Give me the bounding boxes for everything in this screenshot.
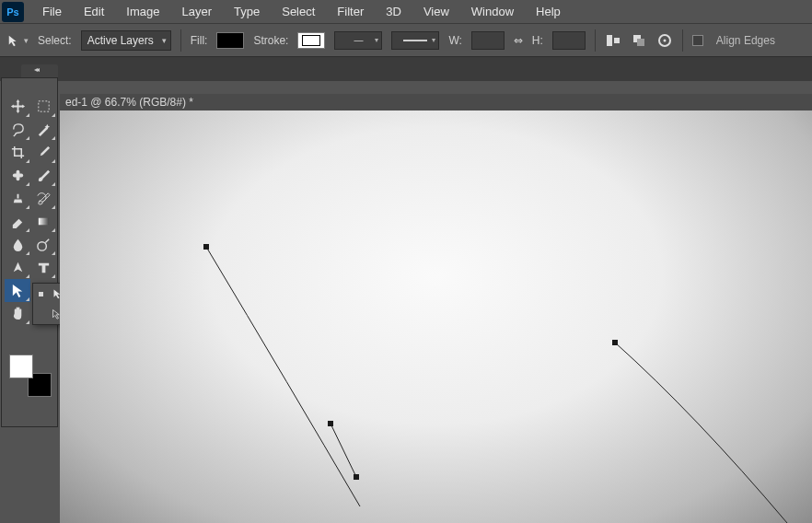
menu-bar: Ps File Edit Image Layer Type Select Fil…	[0, 0, 812, 24]
select-label: Select:	[38, 34, 72, 47]
dodge-tool[interactable]	[30, 233, 56, 256]
height-field[interactable]	[552, 31, 586, 50]
clone-stamp-tool[interactable]	[5, 187, 30, 210]
divider	[180, 29, 181, 52]
svg-rect-3	[637, 39, 644, 46]
crop-tool[interactable]	[5, 141, 30, 164]
stroke-width-dropdown[interactable]: ―	[334, 31, 382, 50]
path-align-icon[interactable]	[605, 32, 621, 49]
options-bar: ▾ Select: Active Layers Fill: Stroke: ― …	[0, 24, 812, 57]
foreground-color-swatch[interactable]	[9, 354, 33, 378]
path-arrow-icon	[7, 34, 20, 47]
tools-panel	[1, 77, 58, 427]
menu-edit[interactable]: Edit	[73, 2, 115, 21]
w-label: W:	[448, 34, 461, 47]
svg-rect-8	[16, 170, 19, 180]
app-logo: Ps	[2, 2, 24, 22]
anchor-point[interactable]	[328, 421, 333, 426]
marquee-tool[interactable]	[30, 95, 56, 118]
anchor-point[interactable]	[203, 244, 209, 250]
menu-filter[interactable]: Filter	[326, 2, 375, 21]
eraser-tool[interactable]	[5, 210, 30, 233]
document-title-bar: ed-1 @ 66.7% (RGB/8#) *	[60, 94, 812, 110]
align-edges-label: Align Edges	[716, 34, 775, 47]
svg-point-5	[663, 39, 666, 41]
eyedropper-tool[interactable]	[30, 141, 56, 164]
fill-swatch[interactable]	[216, 32, 244, 49]
menu-3d[interactable]: 3D	[375, 2, 412, 21]
width-field[interactable]	[471, 31, 505, 50]
select-value: Active Layers	[87, 34, 154, 47]
stroke-label: Stroke:	[253, 34, 288, 47]
hand-tool[interactable]	[5, 302, 30, 325]
history-brush-tool[interactable]	[30, 187, 56, 210]
active-tool-indicator[interactable]: ▾	[7, 34, 29, 47]
align-edges-checkbox[interactable]	[692, 35, 703, 46]
menu-layer[interactable]: Layer	[171, 2, 224, 21]
type-tool[interactable]	[30, 256, 56, 279]
document-tab-bar	[0, 57, 812, 81]
h-label: H:	[532, 34, 543, 47]
chevron-down-icon: ▾	[24, 36, 29, 45]
menu-image[interactable]: Image	[115, 2, 170, 21]
link-wh-icon[interactable]: ⇔	[514, 34, 523, 47]
stroke-swatch[interactable]	[297, 32, 325, 49]
gradient-tool[interactable]	[30, 210, 56, 233]
stroke-style-dropdown[interactable]	[391, 31, 439, 50]
move-tool[interactable]	[5, 95, 30, 118]
anchor-point[interactable]	[354, 474, 359, 480]
menu-file[interactable]: File	[31, 2, 73, 21]
svg-point-10	[37, 242, 45, 250]
active-marker-icon	[39, 292, 43, 296]
menu-view[interactable]: View	[412, 2, 460, 21]
svg-rect-0	[607, 35, 612, 46]
path-selection-tool[interactable]	[5, 279, 30, 302]
document-title: ed-1 @ 66.7% (RGB/8#) *	[65, 96, 193, 109]
select-dropdown[interactable]: Active Layers	[81, 30, 171, 51]
panel-collapse-tab[interactable]	[21, 64, 58, 77]
path-arrange-icon[interactable]	[631, 32, 647, 49]
brush-tool[interactable]	[30, 164, 56, 187]
svg-rect-9	[38, 218, 48, 226]
canvas[interactable]	[60, 110, 812, 523]
lasso-tool[interactable]	[5, 118, 30, 141]
menu-window[interactable]: Window	[460, 2, 525, 21]
menu-type[interactable]: Type	[223, 2, 271, 21]
svg-rect-6	[38, 101, 48, 111]
fill-label: Fill:	[191, 34, 208, 47]
blur-tool[interactable]	[5, 233, 30, 256]
paths-overlay	[60, 110, 812, 523]
path-options-icon[interactable]	[656, 32, 673, 49]
spot-heal-tool[interactable]	[5, 164, 30, 187]
svg-rect-1	[614, 38, 620, 43]
menu-help[interactable]: Help	[525, 2, 572, 21]
menu-select[interactable]: Select	[271, 2, 326, 21]
divider	[595, 29, 596, 52]
anchor-point[interactable]	[612, 340, 618, 345]
divider	[682, 29, 683, 52]
pen-tool[interactable]	[5, 256, 30, 279]
magic-wand-tool[interactable]	[30, 118, 56, 141]
color-swatches[interactable]	[9, 354, 52, 397]
